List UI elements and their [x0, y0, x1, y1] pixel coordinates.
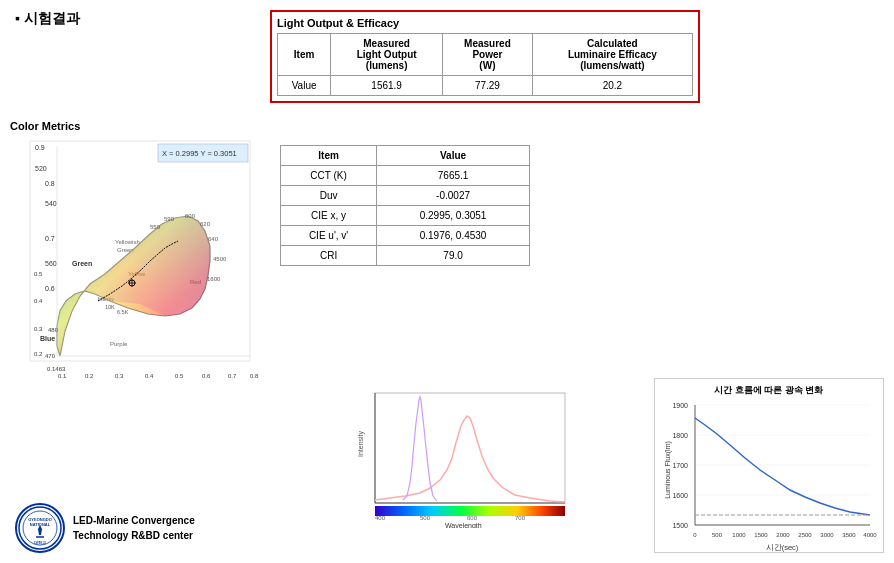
- svg-text:590: 590: [164, 216, 175, 222]
- svg-text:0.8: 0.8: [45, 180, 55, 187]
- color-metric-item: Duv: [281, 186, 377, 206]
- col-measured-power: MeasuredPower(W): [443, 34, 533, 76]
- svg-text:Blue: Blue: [40, 335, 55, 342]
- cie-diagram: 0.9 520 0.8 540 0.7 560 0.6 Yellowish Gr…: [10, 136, 270, 396]
- color-metrics-section: Color Metrics 0.9 520 0.8 540 0.7 560 0.…: [10, 120, 270, 396]
- svg-text:0.1: 0.1: [58, 373, 67, 379]
- color-metrics-table-section: Item Value CCT (K)7665.1Duv-0.0027CIE x,…: [280, 145, 530, 266]
- svg-text:0.7: 0.7: [45, 235, 55, 242]
- color-metric-value: 0.2995, 0.3051: [377, 206, 530, 226]
- logo-line2: Technology R&BD center: [73, 528, 195, 543]
- color-metrics-table: Item Value CCT (K)7665.1Duv-0.0027CIE x,…: [280, 145, 530, 266]
- svg-text:4000: 4000: [863, 532, 877, 538]
- svg-text:10K: 10K: [105, 304, 115, 310]
- logo-line1: LED-Marine Convergence: [73, 513, 195, 528]
- svg-text:6.5K: 6.5K: [117, 309, 129, 315]
- svg-text:0.5: 0.5: [175, 373, 184, 379]
- svg-text:600: 600: [185, 213, 196, 219]
- color-metric-value: 0.1976, 0.4530: [377, 226, 530, 246]
- svg-text:0: 0: [693, 532, 697, 538]
- svg-text:1800: 1800: [672, 432, 688, 439]
- svg-text:1500: 1500: [672, 522, 688, 529]
- color-metric-value: 7665.1: [377, 166, 530, 186]
- svg-text:Green: Green: [72, 260, 92, 267]
- svg-text:0.2: 0.2: [34, 351, 43, 357]
- svg-text:500: 500: [420, 515, 431, 521]
- svg-text:0.5: 0.5: [34, 271, 43, 277]
- col-item: Item: [278, 34, 331, 76]
- svg-text:1900: 1900: [672, 402, 688, 409]
- logo-section: GYEONGDO NATIONAL 대학교 LED-Marine Converg…: [15, 503, 195, 553]
- cell-efficacy-val: 20.2: [532, 76, 692, 96]
- svg-text:Wavelength: Wavelength: [445, 522, 482, 528]
- svg-text:0.1463: 0.1463: [47, 366, 66, 372]
- table-row: CIE u', v'0.1976, 0.4530: [281, 226, 530, 246]
- svg-text:1600: 1600: [672, 492, 688, 499]
- svg-text:640: 640: [208, 236, 219, 242]
- color-metric-value: -0.0027: [377, 186, 530, 206]
- col-efficacy: CalculatedLuminaire Efficacy(lumens/watt…: [532, 34, 692, 76]
- svg-text:620: 620: [200, 221, 211, 227]
- svg-text:470: 470: [45, 353, 56, 359]
- svg-rect-47: [375, 393, 565, 503]
- col-light-output: MeasuredLight Output(lumens): [331, 34, 443, 76]
- svg-text:1000: 1000: [732, 532, 746, 538]
- logo-text: LED-Marine Convergence Technology R&BD c…: [73, 513, 195, 543]
- time-chart-section: 시간 흐름에 따른 광속 변화 1500 1600 1700 1800 1900: [654, 378, 884, 553]
- svg-text:2500: 2500: [798, 532, 812, 538]
- university-logo: GYEONGDO NATIONAL 대학교: [15, 503, 65, 553]
- table-row: CRI79.0: [281, 246, 530, 266]
- svg-text:Luminous Flux(lm): Luminous Flux(lm): [664, 441, 672, 499]
- svg-text:0.4: 0.4: [34, 298, 43, 304]
- light-output-section: Light Output & Efficacy Item MeasuredLig…: [270, 10, 700, 103]
- row-value-label: Value: [278, 76, 331, 96]
- table-row: Duv-0.0027: [281, 186, 530, 206]
- svg-text:0.8: 0.8: [250, 373, 259, 379]
- svg-text:0.3: 0.3: [34, 326, 43, 332]
- svg-text:대학교: 대학교: [34, 540, 46, 545]
- svg-text:X = 0.2995  Y = 0.3051: X = 0.2995 Y = 0.3051: [162, 149, 237, 158]
- svg-text:600: 600: [467, 515, 478, 521]
- time-chart-title: 시간 흐름에 따른 광속 변화: [660, 384, 878, 397]
- col-value-header: Value: [377, 146, 530, 166]
- svg-text:1500: 1500: [754, 532, 768, 538]
- color-metric-item: CIE x, y: [281, 206, 377, 226]
- svg-text:0.4: 0.4: [145, 373, 154, 379]
- svg-text:700: 700: [515, 515, 526, 521]
- color-metric-item: CIE u', v': [281, 226, 377, 246]
- svg-text:시간(sec): 시간(sec): [766, 543, 799, 552]
- color-metric-item: CCT (K): [281, 166, 377, 186]
- color-metric-item: CRI: [281, 246, 377, 266]
- light-output-table: Item MeasuredLight Output(lumens) Measur…: [277, 33, 693, 96]
- table-row: CIE x, y0.2995, 0.3051: [281, 206, 530, 226]
- svg-text:0.3: 0.3: [115, 373, 124, 379]
- color-metric-value: 79.0: [377, 246, 530, 266]
- svg-text:0.6: 0.6: [45, 285, 55, 292]
- svg-text:3000: 3000: [820, 532, 834, 538]
- svg-text:550: 550: [150, 224, 161, 230]
- svg-text:500: 500: [712, 532, 723, 538]
- svg-text:0.2: 0.2: [85, 373, 94, 379]
- col-item-header: Item: [281, 146, 377, 166]
- svg-text:1600: 1600: [207, 276, 221, 282]
- cell-power-val: 77.29: [443, 76, 533, 96]
- svg-text:0.6: 0.6: [202, 373, 211, 379]
- svg-text:2000: 2000: [776, 532, 790, 538]
- svg-text:3500: 3500: [842, 532, 856, 538]
- section-title: ▪ 시험결과: [15, 10, 80, 28]
- svg-text:540: 540: [45, 200, 57, 207]
- color-metrics-title: Color Metrics: [10, 120, 270, 132]
- spectral-chart-section: Intensity: [355, 388, 575, 528]
- svg-text:0.7: 0.7: [228, 373, 237, 379]
- svg-text:Yellowish: Yellowish: [115, 239, 140, 245]
- cell-light-output-val: 1561.9: [331, 76, 443, 96]
- svg-text:4500: 4500: [213, 256, 227, 262]
- svg-text:1700: 1700: [672, 462, 688, 469]
- svg-text:400: 400: [375, 515, 386, 521]
- svg-text:Intensity: Intensity: [357, 430, 365, 457]
- svg-text:560: 560: [45, 260, 57, 267]
- svg-text:Purple: Purple: [110, 341, 128, 347]
- svg-text:520: 520: [35, 165, 47, 172]
- red-border-box: Light Output & Efficacy Item MeasuredLig…: [270, 10, 700, 103]
- table-row: CCT (K)7665.1: [281, 166, 530, 186]
